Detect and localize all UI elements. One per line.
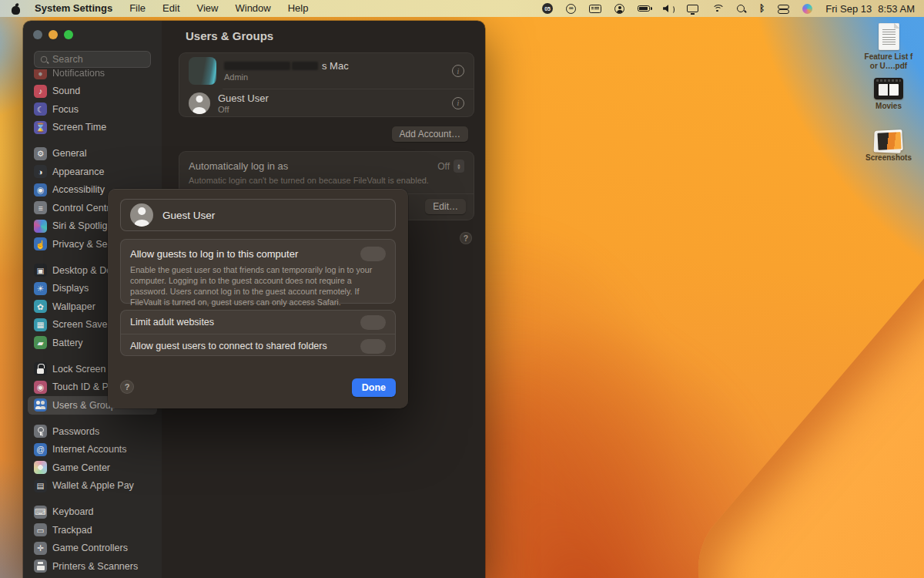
auto-login-note: Automatic login can't be turned on becau…	[179, 173, 474, 185]
user-switch-icon[interactable]	[614, 4, 624, 14]
sidebar-item[interactable]: ✛ Game Controllers	[28, 539, 157, 558]
zoom-button[interactable]	[64, 30, 73, 39]
sidebar-item-icon: ▦	[34, 318, 47, 331]
sidebar-item-icon	[34, 398, 47, 412]
limit-websites-row: Limit adult websites	[121, 311, 395, 334]
sidebar-item-icon: ▣	[34, 264, 47, 277]
menubar-menu-item[interactable]: System Settings	[27, 0, 120, 17]
reader-card-icon[interactable]	[589, 5, 601, 13]
sidebar-item-label: Wallet & Apple Pay	[52, 480, 134, 491]
apple-menu-icon[interactable]	[11, 3, 21, 15]
allow-guests-section: Allow guests to log in to this computer …	[120, 239, 396, 304]
display-icon[interactable]	[687, 5, 698, 12]
desktop-icon-area: Feature List for U….pdf Movies Screensho…	[858, 0, 919, 231]
user-row-guest[interactable]: Guest User Off i	[179, 89, 474, 117]
sidebar-item-label: Control Centre	[52, 203, 115, 213]
add-account-button[interactable]: Add Account…	[392, 126, 468, 142]
shared-folders-row: Allow guest users to connect to shared f…	[121, 334, 395, 358]
info-icon[interactable]: i	[452, 97, 464, 109]
close-button[interactable]	[33, 30, 42, 39]
sidebar-item-icon: ⚙	[34, 147, 47, 160]
sidebar-item-label: Printers & Scanners	[52, 561, 138, 572]
sidebar-item-icon	[34, 560, 47, 573]
done-button[interactable]: Done	[352, 378, 396, 397]
menubar-clock[interactable]: Fri Sep 13 8:53 AM	[825, 3, 915, 15]
sidebar-item-label: Wallpaper	[52, 301, 95, 312]
sidebar-item[interactable]: ● Notifications	[28, 69, 157, 82]
sidebar-item[interactable]: ▤ Wallet & Apple Pay	[28, 477, 157, 496]
shared-folders-toggle[interactable]	[360, 339, 386, 354]
info-icon[interactable]: i	[452, 65, 464, 77]
sidebar-item-label: Screen Time	[52, 122, 106, 133]
sidebar-item-label: Game Center	[52, 462, 110, 473]
sidebar-item[interactable]: ◑ Appearance	[28, 163, 157, 181]
sidebar-item[interactable]: Printers & Scanners	[28, 557, 157, 576]
desktop-icon-image	[879, 23, 899, 50]
sidebar-item-icon: ◉	[34, 183, 47, 197]
clock-time: 8:53 AM	[878, 3, 915, 15]
menubar-menu-item[interactable]: Window	[227, 0, 278, 17]
sidebar-item[interactable]: ▭ Trackpad	[28, 521, 157, 539]
creative-cloud-icon[interactable]	[566, 4, 576, 14]
user-name: Guest User	[218, 92, 269, 104]
sidebar-item-icon	[34, 425, 47, 438]
menubar-menu-item[interactable]: View	[189, 0, 226, 17]
sidebar-item-icon: ▰	[34, 336, 47, 349]
guest-user-name: Guest User	[162, 210, 215, 221]
sidebar-item-icon: ◑	[34, 165, 47, 178]
allow-guests-toggle[interactable]	[360, 247, 386, 261]
menubar-menu-item[interactable]: Help	[280, 0, 316, 17]
user-name: s Mac	[224, 60, 349, 72]
sidebar-item-label: Notifications	[52, 69, 105, 79]
sidebar-item-label: Appearance	[52, 166, 104, 177]
sidebar-item-label: Lock Screen	[52, 364, 105, 375]
sidebar-item[interactable]: ⌨ Keyboard	[28, 503, 157, 522]
user-role: Admin	[224, 72, 349, 82]
help-button[interactable]: ?	[460, 232, 472, 244]
desktop-icon[interactable]: Movies	[858, 78, 919, 111]
menubar-menu-item[interactable]: File	[122, 0, 153, 17]
sidebar-item-label: Siri & Spotlight	[52, 220, 116, 231]
edit-button[interactable]: Edit…	[425, 199, 466, 214]
volume-icon[interactable]	[663, 5, 674, 13]
desktop-icon[interactable]: Screenshots	[858, 130, 919, 163]
redacted-name	[224, 62, 290, 70]
desktop-icon[interactable]: Feature List for U….pdf	[858, 23, 919, 71]
sidebar-item[interactable]: ♪ Sound	[28, 82, 157, 101]
bluetooth-icon[interactable]: ᛒ	[759, 4, 765, 13]
limit-websites-toggle[interactable]	[360, 315, 386, 330]
battery-icon[interactable]	[638, 5, 650, 12]
sidebar-item-label: Internet Accounts	[52, 444, 127, 455]
auto-login-stepper[interactable]: ▴▾	[454, 160, 464, 173]
sidebar-item-label: Accessibility	[52, 184, 105, 195]
siri-icon[interactable]	[802, 4, 812, 14]
control-center-icon[interactable]	[778, 5, 789, 13]
sidebar-item-icon: ⌨	[34, 506, 47, 519]
wifi-icon[interactable]	[711, 5, 723, 13]
sidebar-item[interactable]: @ Internet Accounts	[28, 441, 157, 459]
sidebar-item-icon: ≡	[34, 201, 47, 214]
sidebar-item[interactable]: Game Center	[28, 459, 157, 477]
sidebar-item-icon: ✛	[34, 542, 47, 555]
status-badge-icon[interactable]: 05	[542, 3, 553, 14]
sidebar-item[interactable]: Passwords	[28, 422, 157, 441]
sidebar-item-icon: @	[34, 443, 47, 456]
menubar-menus: System SettingsFileEditViewWindowHelp	[9, 0, 316, 17]
sidebar-search[interactable]	[34, 51, 151, 68]
allow-guests-description: Enable the guest user so that friends ca…	[130, 264, 388, 308]
dialog-help-button[interactable]: ?	[120, 380, 134, 394]
allow-guests-label: Allow guests to log in to this computer	[130, 248, 298, 260]
avatar	[189, 57, 216, 85]
menubar-menu-item[interactable]: Edit	[155, 0, 187, 17]
search-input[interactable]	[52, 54, 137, 65]
redacted-name	[292, 62, 318, 70]
desktop-icon-label: Feature List for U….pdf	[863, 52, 914, 71]
sidebar-item[interactable]: ☾ Focus	[28, 100, 157, 119]
auto-login-value: Off	[437, 161, 450, 172]
sidebar-item[interactable]: ⚙ General	[28, 145, 157, 163]
sidebar-item[interactable]: ⌛ Screen Time	[28, 119, 157, 137]
desktop-icon-label: Screenshots	[863, 153, 914, 163]
minimize-button[interactable]	[49, 30, 58, 39]
spotlight-search-icon[interactable]	[736, 4, 746, 14]
user-row-admin[interactable]: s Mac Admin i	[179, 53, 474, 89]
